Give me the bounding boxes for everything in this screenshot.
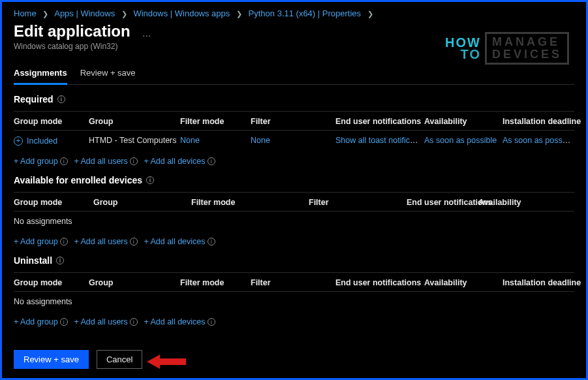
col-group: Group: [93, 192, 191, 211]
add-row: + Add group + Add all users + Add all de…: [14, 236, 574, 246]
info-icon[interactable]: [130, 157, 138, 165]
info-icon[interactable]: [56, 257, 64, 264]
add-group-link[interactable]: + Add group: [14, 157, 58, 166]
cancel-button[interactable]: Cancel: [97, 350, 142, 369]
col-filter: Filter: [251, 272, 335, 291]
page-title: Edit application: [14, 22, 131, 40]
cell-filter[interactable]: None: [251, 136, 270, 145]
add-all-devices-link[interactable]: + Add all devices: [144, 237, 205, 246]
uninstall-table: Group mode Group Filter mode Filter End …: [14, 272, 574, 311]
breadcrumb-home[interactable]: Home: [14, 8, 37, 18]
col-filter: Filter: [309, 192, 407, 211]
no-assignments: No assignments: [14, 211, 574, 231]
review-save-button[interactable]: Review + save: [14, 350, 89, 369]
info-icon[interactable]: [208, 318, 215, 326]
annotation-arrow-icon: [147, 353, 186, 370]
tab-review-save[interactable]: Review + save: [80, 68, 136, 84]
section-available: Available for enrolled devices Group mod…: [14, 175, 574, 246]
cell-deadline[interactable]: As soon as possible: [503, 136, 574, 145]
add-all-users-link[interactable]: + Add all users: [74, 237, 127, 246]
col-filter-mode: Filter mode: [180, 272, 251, 291]
info-icon[interactable]: [208, 157, 215, 165]
col-group-mode: Group mode: [14, 192, 93, 211]
col-notifications: End user notifications: [335, 112, 424, 131]
col-group: Group: [89, 272, 180, 291]
add-all-devices-link[interactable]: + Add all devices: [144, 157, 205, 166]
breadcrumb-properties[interactable]: Python 3.11 (x64) | Properties: [249, 8, 361, 18]
required-table: Group mode Group Filter mode Filter End …: [14, 111, 574, 151]
info-icon[interactable]: [208, 238, 215, 245]
add-group-link[interactable]: + Add group: [14, 317, 58, 326]
chevron-right-icon: ❯: [42, 10, 48, 18]
col-deadline: Installation deadline: [503, 112, 574, 131]
section-title: Uninstall: [14, 255, 52, 266]
col-group-mode: Group mode: [14, 272, 89, 291]
info-icon[interactable]: [130, 238, 138, 245]
group-mode-link[interactable]: Included: [14, 136, 57, 146]
table-row: No assignments: [14, 211, 574, 231]
cell-filter-mode[interactable]: None: [180, 136, 200, 145]
col-deadline: Installation deadline: [503, 272, 574, 291]
chevron-right-icon: ❯: [236, 10, 242, 18]
col-group-mode: Group mode: [14, 112, 89, 131]
col-availability: Availability: [424, 272, 503, 291]
col-notifications: End user notifications: [407, 192, 478, 211]
cell-availability[interactable]: As soon as possible: [424, 136, 497, 145]
cell-group: HTMD - Test Computers: [89, 131, 180, 151]
add-all-users-link[interactable]: + Add all users: [74, 317, 127, 326]
col-availability: Availability: [424, 112, 503, 131]
info-icon[interactable]: [60, 157, 68, 165]
col-group: Group: [89, 112, 180, 131]
footer-actions: Review + save Cancel: [14, 350, 142, 369]
add-all-devices-link[interactable]: + Add all devices: [144, 317, 205, 326]
chevron-right-icon: ❯: [121, 10, 127, 18]
tab-assignments[interactable]: Assignments: [14, 68, 67, 85]
info-icon[interactable]: [57, 95, 65, 103]
add-row: + Add group + Add all users + Add all de…: [14, 317, 574, 326]
no-assignments: No assignments: [14, 291, 574, 311]
col-notifications: End user notifications: [335, 272, 424, 291]
section-title: Required: [14, 94, 54, 104]
breadcrumb: Home ❯ Apps | Windows ❯ Windows | Window…: [2, 2, 586, 21]
table-row: No assignments: [14, 291, 574, 311]
plus-circle-icon: [14, 136, 23, 146]
more-icon[interactable]: …: [142, 28, 153, 39]
add-row: + Add group + Add all users + Add all de…: [14, 156, 574, 166]
breadcrumb-windows-apps[interactable]: Windows | Windows apps: [133, 8, 230, 18]
page-subtitle: Windows catalog app (Win32): [2, 40, 586, 51]
chevron-right-icon: ❯: [367, 10, 373, 18]
info-icon[interactable]: [146, 176, 154, 184]
tab-bar: Assignments Review + save: [14, 68, 574, 85]
svg-marker-0: [147, 355, 186, 369]
info-icon[interactable]: [60, 238, 68, 245]
add-group-link[interactable]: + Add group: [14, 237, 58, 246]
available-table: Group mode Group Filter mode Filter End …: [14, 192, 574, 231]
col-filter: Filter: [251, 112, 335, 131]
section-title: Available for enrolled devices: [14, 175, 142, 185]
info-icon[interactable]: [130, 318, 138, 326]
table-row: Included HTMD - Test Computers None None…: [14, 131, 574, 151]
info-icon[interactable]: [60, 318, 68, 326]
col-filter-mode: Filter mode: [191, 192, 309, 211]
add-all-users-link[interactable]: + Add all users: [74, 157, 127, 166]
section-required: Required Group mode Group Filter mode Fi…: [14, 94, 574, 166]
col-availability: Availability: [478, 192, 574, 211]
breadcrumb-apps[interactable]: Apps | Windows: [54, 8, 115, 18]
col-filter-mode: Filter mode: [180, 112, 251, 131]
cell-notifications[interactable]: Show all toast notifications: [335, 136, 424, 145]
section-uninstall: Uninstall Group mode Group Filter mode F…: [14, 255, 574, 326]
